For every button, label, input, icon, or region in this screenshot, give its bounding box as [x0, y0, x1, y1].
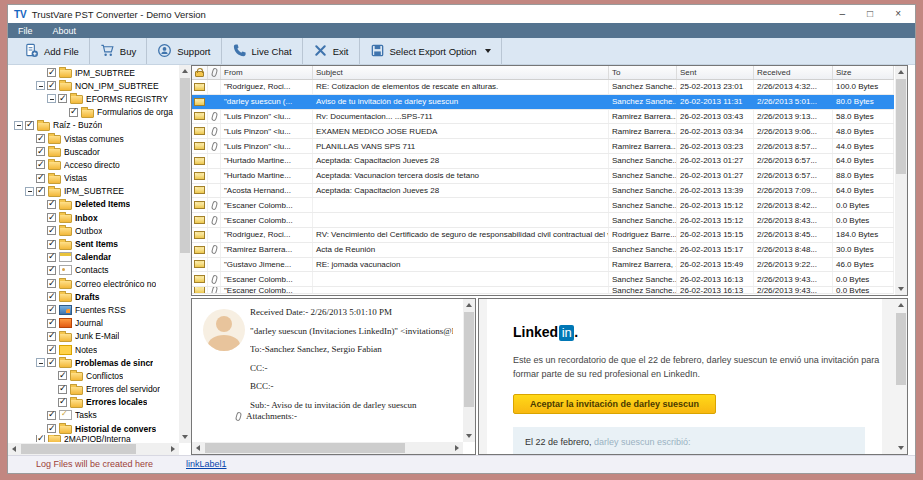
tree-checkbox[interactable] — [47, 200, 56, 209]
tree-vscroll-thumb[interactable] — [180, 78, 190, 253]
scroll-right-icon[interactable] — [167, 443, 179, 455]
tree-item[interactable]: Errores locales — [8, 396, 179, 409]
size-column-header[interactable]: Size — [833, 66, 894, 79]
add-file-button[interactable]: Add File — [14, 38, 90, 64]
tree-checkbox[interactable] — [36, 174, 45, 183]
subject-column-header[interactable]: Subject — [313, 66, 609, 79]
tree-item[interactable]: Raíz - Buzón — [8, 119, 179, 132]
tree-item[interactable]: Junk E-Mail — [8, 330, 179, 343]
menu-file[interactable]: File — [18, 26, 33, 36]
sent-column-header[interactable]: Sent — [677, 66, 754, 79]
tree-checkbox[interactable] — [58, 371, 67, 380]
tree-checkbox[interactable] — [47, 253, 56, 262]
tree-checkbox[interactable] — [36, 160, 45, 169]
email-row[interactable]: "Escaner Colomb... Sanchez Sanche... 26-… — [192, 272, 894, 287]
tree-checkbox[interactable] — [47, 279, 56, 288]
tree-item[interactable]: Vistas — [8, 172, 179, 185]
tree-hscroll-thumb[interactable] — [21, 444, 136, 454]
tree-item[interactable]: Acceso directo — [8, 158, 179, 171]
log-link[interactable]: linkLabel1 — [186, 459, 227, 469]
body-vscroll-thumb[interactable] — [896, 313, 906, 385]
header-vertical-scrollbar[interactable] — [463, 299, 475, 442]
tree-item[interactable]: 2MAPIOB/Interna — [8, 435, 179, 442]
tree-item[interactable]: Outbox — [8, 224, 179, 237]
tree-item[interactable]: NON_IPM_SUBTREE — [8, 79, 179, 92]
tree-checkbox[interactable] — [47, 266, 56, 275]
header-vscroll-thumb[interactable] — [464, 312, 474, 407]
accept-invitation-button[interactable]: Aceptar la invitación de darley suescun — [513, 394, 716, 414]
email-row[interactable]: "Acosta Hernand... Aceptada: Capacitacio… — [192, 184, 894, 199]
tree-item[interactable]: Fuentes RSS — [8, 303, 179, 316]
tree-expander-icon[interactable] — [36, 358, 45, 367]
tree-item[interactable]: Contacts — [8, 264, 179, 277]
email-row[interactable]: "Escaner Colomb... Sanchez Sanche... 26-… — [192, 198, 894, 213]
tree-checkbox[interactable] — [47, 68, 56, 77]
tree-item[interactable]: Calendar — [8, 251, 179, 264]
menu-about[interactable]: About — [53, 26, 77, 36]
scroll-down-icon[interactable] — [463, 430, 475, 442]
tree-checkbox[interactable] — [47, 332, 56, 341]
select-export-option-button[interactable]: Select Export Option — [360, 38, 502, 64]
tree-item[interactable]: Tasks — [8, 409, 179, 422]
tree-horizontal-scrollbar[interactable] — [8, 443, 179, 455]
email-row[interactable]: "Rodriguez, Roci... RV: Vencimiento del … — [192, 228, 894, 243]
tree-item[interactable]: EFORMS REGISTRY — [8, 92, 179, 105]
tree-item[interactable]: IPM_SUBTREE — [8, 185, 179, 198]
tree-expander-icon[interactable] — [25, 187, 34, 196]
tree-checkbox[interactable] — [47, 424, 56, 433]
tree-item[interactable]: Problemas de sincr — [8, 356, 179, 369]
lock-column-header[interactable] — [192, 66, 208, 79]
scroll-left-icon[interactable] — [192, 442, 204, 454]
tree-checkbox[interactable] — [58, 398, 67, 407]
scroll-up-icon[interactable] — [179, 65, 191, 77]
tree-expander-icon[interactable] — [47, 94, 56, 103]
tree-item[interactable]: Buscador — [8, 145, 179, 158]
tree-checkbox[interactable] — [36, 435, 45, 442]
tree-item[interactable]: Errores del servidor — [8, 383, 179, 396]
tree-checkbox[interactable] — [47, 319, 56, 328]
email-row[interactable]: "Luis Pinzon" <lu... EXAMEN MEDICO JOSE … — [192, 124, 894, 139]
tree-item[interactable]: Journal — [8, 317, 179, 330]
email-row[interactable]: "Gustavo Jimene... RE: jomada vacunacion… — [192, 258, 894, 273]
tree-item[interactable]: Sent Items — [8, 237, 179, 250]
tree-item[interactable]: Notes — [8, 343, 179, 356]
list-vertical-scrollbar[interactable] — [895, 66, 907, 295]
scroll-left-icon[interactable] — [8, 443, 20, 455]
list-vscroll-thumb[interactable] — [896, 79, 906, 174]
support-button[interactable]: Support — [147, 38, 221, 64]
email-row[interactable]: "Hurtado Martine... Aceptada: Vacunacion… — [192, 169, 894, 184]
scroll-down-icon[interactable] — [895, 442, 907, 454]
tree-checkbox[interactable] — [47, 240, 56, 249]
tree-item[interactable]: Historial de convers — [8, 422, 179, 435]
scroll-right-icon[interactable] — [451, 442, 463, 454]
minimize-button[interactable]: – — [840, 9, 846, 19]
maximize-button[interactable]: □ — [867, 9, 873, 19]
email-row[interactable]: "Escaner Colomb... Sanchez Sanche... 26-… — [192, 287, 894, 294]
tree-item[interactable]: Vistas comunes — [8, 132, 179, 145]
body-vertical-scrollbar[interactable] — [895, 299, 907, 454]
tree-checkbox[interactable] — [47, 305, 56, 314]
tree-checkbox[interactable] — [47, 226, 56, 235]
email-row[interactable]: "darley suescun (... Aviso de tu invitac… — [192, 95, 894, 110]
received-column-header[interactable]: Received — [754, 66, 833, 79]
tree-item[interactable]: Formularios de orga — [8, 106, 179, 119]
live-chat-button[interactable]: Live Chat — [222, 38, 303, 64]
header-hscroll-thumb[interactable] — [205, 443, 405, 453]
scroll-down-icon[interactable] — [179, 431, 191, 443]
tree-checkbox[interactable] — [47, 292, 56, 301]
from-column-header[interactable]: From — [221, 66, 313, 79]
tree-item[interactable]: Deleted Items — [8, 198, 179, 211]
attachment-column-header[interactable] — [208, 66, 221, 79]
tree-checkbox[interactable] — [47, 81, 56, 90]
tree-checkbox[interactable] — [69, 108, 78, 117]
to-column-header[interactable]: To — [609, 66, 677, 79]
scroll-up-icon[interactable] — [463, 299, 475, 311]
close-button[interactable]: × — [895, 9, 901, 19]
tree-checkbox[interactable] — [36, 187, 45, 196]
tree-checkbox[interactable] — [47, 411, 56, 420]
tree-checkbox[interactable] — [36, 134, 45, 143]
tree-checkbox[interactable] — [25, 121, 34, 130]
email-row[interactable]: "Rodriguez, Roci... RE: Cotizacion de el… — [192, 80, 894, 95]
tree-item[interactable]: Correo electrónico no — [8, 277, 179, 290]
tree-checkbox[interactable] — [58, 385, 67, 394]
